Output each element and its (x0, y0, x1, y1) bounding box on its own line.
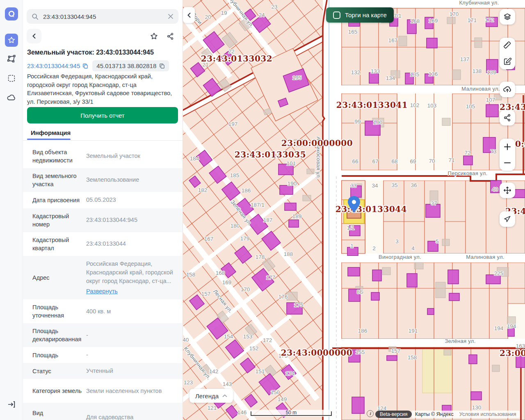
parcel-number: 170 (241, 286, 250, 292)
info-row-value: Российская Федерация, Краснодарский край… (86, 260, 178, 296)
star-icon (7, 36, 16, 44)
layers-button[interactable] (500, 9, 515, 25)
info-row-value: 400 кв. м (86, 307, 178, 316)
parcel-number: 169 (222, 279, 232, 285)
pan-mode-button[interactable] (500, 183, 515, 198)
copy-icon[interactable] (159, 63, 165, 69)
legend-button[interactable]: Легенда (189, 389, 233, 403)
parcel-number: 4 (411, 245, 415, 251)
parcel-number: 3 (395, 238, 399, 244)
beta-badge: Beta-версия (375, 411, 412, 418)
parcel-number: 158 (408, 354, 417, 361)
info-row-label: Площадь декларированная (32, 327, 86, 343)
zoom-out-button[interactable] (504, 155, 511, 171)
sidebar-item-select-area[interactable] (5, 72, 18, 85)
tab-information[interactable]: Информация (31, 129, 71, 136)
parcel-number: 180 (231, 223, 240, 229)
auctions-checkbox[interactable] (333, 11, 340, 19)
parcel-number: 154 (224, 333, 233, 340)
parcel-number: 169 (429, 18, 438, 24)
edit-icon (503, 57, 512, 66)
info-row-value: Для садоводства (86, 413, 178, 420)
parcel-number: 72 (464, 150, 470, 156)
info-row-value: 05.05.2023 (86, 196, 178, 204)
parcel-number: 73 (490, 148, 496, 155)
info-row: Кадастровый квартал23:43:0133044 (23, 232, 183, 256)
get-report-button[interactable]: Получить отчет (27, 107, 178, 123)
sidebar-item-cloud[interactable] (5, 91, 18, 104)
locate-button[interactable] (500, 211, 515, 227)
parcel-number: 1/1 (347, 225, 355, 231)
parcel-number: 190 (288, 180, 297, 187)
parcel-number: 155 (356, 349, 365, 355)
chevron-up-icon (222, 394, 227, 397)
scale-bar: 50 m (249, 410, 333, 417)
object-title: Земельный участок: 23:43:0133044:945 (27, 49, 179, 56)
parcel-number: 186 (358, 328, 368, 334)
info-row-label: Вид объекта недвижимости (32, 148, 86, 164)
parcel-number: 195 (292, 75, 302, 81)
sidebar-item-polygon-tool[interactable] (5, 52, 18, 66)
app-logo[interactable] (5, 7, 18, 21)
sidebar-item-favorites[interactable] (5, 34, 18, 47)
quarter-label: 23:43:0000000 (281, 348, 352, 358)
zoom-control (500, 139, 515, 171)
cadastral-number-text: 23:43:0133044:945 (27, 62, 80, 69)
parcel-number: 185 (230, 172, 240, 178)
copy-icon[interactable] (82, 63, 88, 69)
share-object-button[interactable] (163, 29, 178, 43)
cadastral-number-link[interactable]: 23:43:0133044:945 (27, 62, 88, 69)
parcel-number: 137 (460, 56, 470, 62)
info-row-label: Площадь (32, 351, 86, 359)
map-canvas[interactable]: Клубничная ул.ЗориЗелёная ул.Лесная ул.К… (183, 0, 525, 420)
info-row: СтатусУчтенный (23, 363, 183, 379)
parcel-number: 174 (285, 370, 295, 377)
parcel-number: 19 (221, 10, 227, 16)
map-attribution: Карты © Яндекс Условия использования (412, 411, 520, 418)
street-name: Персиковая ул. (448, 170, 488, 176)
parcel-number: 172 (485, 17, 494, 23)
info-row: Дата присвоения05.05.2023 (23, 192, 183, 208)
info-row-label: Вид разрешенного (32, 409, 86, 420)
tab-divider (23, 140, 183, 141)
coordinates-chip[interactable]: 45.013713 38.802818 (92, 60, 169, 71)
quarter-label: 23:00:0000000 (281, 138, 353, 148)
cloud-upload-icon (502, 84, 512, 94)
object-address: Российская Федерация, Краснодарский край… (27, 72, 180, 106)
expand-address-link[interactable]: Развернуть (86, 287, 118, 296)
search-bar[interactable] (27, 9, 178, 24)
logout-button[interactable] (5, 398, 18, 411)
parcel-number: 68 (391, 158, 397, 164)
info-row-value: 23:43:0133044 (86, 240, 178, 248)
street-name: Зелёная ул. (445, 338, 475, 344)
info-icon[interactable]: i (367, 410, 374, 417)
share-icon (167, 32, 174, 40)
navigation-arrow-icon (503, 215, 511, 223)
search-input[interactable] (42, 13, 164, 21)
parcel-number: 167 (204, 236, 214, 242)
back-button[interactable] (27, 29, 41, 43)
parcel-number: 191 (409, 328, 418, 334)
object-panel: Земельный участок: 23:43:0133044:945 23:… (23, 0, 183, 420)
parcel-number: 171 (468, 17, 477, 23)
parcel-number: 102 (410, 102, 420, 108)
favorite-button[interactable] (146, 29, 161, 43)
zoom-in-button[interactable] (504, 139, 511, 155)
quarter-label: 23:43:0133044 (336, 204, 407, 214)
cloud-upload-button[interactable] (500, 82, 515, 97)
parcel-number: 20 (205, 14, 211, 20)
ruler-button[interactable] (503, 38, 512, 53)
parcel-number: 188 (284, 251, 293, 257)
parcel-number: 130 (472, 404, 482, 411)
info-row-label: Вид земельного участка (32, 172, 86, 188)
parcel-number: 225 (494, 270, 504, 276)
terms-link[interactable]: Условия использования (459, 411, 516, 417)
clear-search-icon[interactable] (168, 14, 173, 19)
auctions-on-map-toggle[interactable]: Торги на карте (326, 7, 394, 23)
share-map-button[interactable] (500, 110, 515, 126)
collapse-panel-button[interactable] (183, 7, 195, 23)
ruler-icon (503, 41, 512, 50)
parcel-number: 158 (186, 272, 196, 278)
draw-edit-button[interactable] (503, 54, 512, 69)
info-row: Категория земельЗемли населенных пунктов (23, 379, 183, 403)
